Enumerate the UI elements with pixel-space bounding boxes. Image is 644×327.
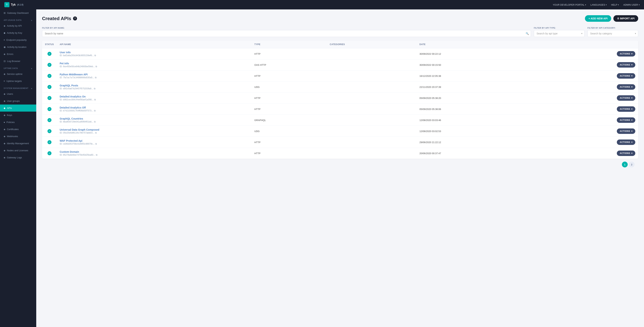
actions-button-4[interactable]: ACTIONS ▾ — [617, 95, 635, 101]
sidebar-item-user-groups[interactable]: ◈ User groups — [0, 98, 36, 104]
tyk-brand: Tyk — [11, 3, 16, 6]
sidebar-item-label: Gateway Dashboard — [7, 12, 29, 14]
api-name-link-8[interactable]: WAF Protected Api — [60, 139, 82, 142]
sidebar-item-webhooks[interactable]: ◈ Webhooks — [0, 133, 36, 140]
type-cell-4: HTTP — [252, 92, 327, 104]
chevron-down-icon: ▾ — [631, 52, 632, 55]
filter-category-select[interactable]: Search by category — [588, 30, 638, 37]
filter-name-input[interactable] — [42, 30, 531, 37]
api-name-cell-1: Pet info ID: 9ce450e50ce84b24660be59eb..… — [57, 60, 252, 70]
api-name-link-4[interactable]: Detailed Analytics On — [60, 95, 86, 98]
sidebar-item-nodes-licenses[interactable]: ◈ Nodes and Licenses — [0, 147, 36, 154]
sidebar-item-label: Activity by location — [7, 46, 26, 48]
collapse-icon[interactable]: ▲ — [31, 87, 32, 89]
copy-icon-3[interactable]: ⧉ — [94, 87, 96, 90]
sidebar-item-policies[interactable]: ● Policies — [0, 119, 36, 126]
sidebar-item-certificates[interactable]: ◈ Certificates — [0, 126, 36, 133]
api-name-link-2[interactable]: Python Middleware API — [60, 73, 88, 76]
sidebar-item-uptime-targets[interactable]: ≡ Uptime targets — [0, 78, 36, 84]
sidebar-item-users[interactable]: ◈ Users — [0, 90, 36, 98]
date-cell-4: 05/09/2020 05:38:20 — [416, 92, 534, 104]
main-content: Created APIs ? + ADD NEW API ⬇ IMPORT AP… — [36, 10, 644, 327]
sidebar-item-activity-key[interactable]: ◆ Activity by Key — [0, 29, 36, 36]
actions-button-1[interactable]: ACTIONS ▾ — [617, 62, 635, 68]
api-name-cell-8: WAF Protected Api ID: cd36d353758c418955… — [57, 137, 252, 148]
sidebar-item-label: Service uptime — [7, 73, 22, 75]
actions-button-6[interactable]: ACTIONS ▾ — [617, 118, 635, 123]
policies-icon: ● — [4, 121, 5, 124]
help-icon[interactable]: ? — [73, 16, 77, 20]
copy-icon-4[interactable]: ⧉ — [94, 98, 96, 101]
sidebar-item-label: Errors — [7, 53, 13, 56]
chevron-down-icon: ▾ — [631, 119, 632, 122]
col-status: STATUS — [42, 40, 57, 48]
copy-icon-2[interactable]: ⧉ — [95, 76, 96, 79]
copy-icon-0[interactable]: ⧉ — [94, 54, 96, 57]
chevron-down-icon: ▾ — [606, 4, 607, 6]
copy-icon-5[interactable]: ⧉ — [94, 110, 96, 112]
api-id-1: ID: 9ce450e50ce84b24660be59eb... ⧉ — [60, 65, 248, 68]
admin-user-nav[interactable]: ADMIN USER ▾ — [623, 4, 640, 6]
apis-table: STATUS API NAME TYPE CATEGORIES DATE Use… — [42, 40, 638, 159]
date-cell-1: 30/09/2022 00:15:50 — [416, 60, 534, 70]
copy-icon-6[interactable]: ⧉ — [94, 120, 96, 123]
api-name-link-7[interactable]: Universal Data Graph Composed — [60, 128, 99, 131]
filter-type-select[interactable]: Search by api type — [534, 30, 584, 37]
collapse-icon[interactable]: ▲ — [31, 68, 32, 70]
sidebar-item-keys[interactable]: ◈ Keys — [0, 112, 36, 119]
developer-portal-nav[interactable]: YOUR DEVELOPER PORTAL ▾ — [553, 4, 586, 6]
collapse-icon[interactable]: ▲ — [31, 19, 32, 21]
copy-icon-7[interactable]: ⧉ — [95, 132, 97, 134]
add-new-api-button[interactable]: + ADD NEW API — [585, 15, 611, 22]
sidebar-item-errors[interactable]: ◈ Errors — [0, 50, 36, 58]
status-cell-6 — [42, 115, 57, 126]
actions-button-8[interactable]: ACTIONS ▾ — [617, 140, 635, 145]
actions-button-2[interactable]: ACTIONS ▾ — [617, 73, 635, 78]
actions-button-9[interactable]: ACTIONS ▾ — [617, 150, 635, 156]
sidebar-item-identity-management[interactable]: ◈ Identity Management — [0, 140, 36, 147]
categories-cell-3 — [327, 82, 416, 92]
page-button-1[interactable]: 1 — [622, 162, 628, 168]
actions-button-7[interactable]: ACTIONS ▾ — [617, 128, 635, 134]
languages-nav[interactable]: LANGUAGES ▾ — [590, 4, 607, 6]
api-name-link-0[interactable]: User info — [60, 51, 71, 54]
filter-type-label: FILTER BY API TYPE: — [534, 27, 584, 29]
api-name-link-1[interactable]: Pet info — [60, 62, 69, 65]
tyk-logo[interactable]: T Tyk (4.1.0) — [4, 2, 24, 7]
sidebar-item-endpoint-popularity[interactable]: ≡ Endpoint popularity — [0, 36, 36, 44]
help-nav[interactable]: HELP ▾ — [611, 4, 619, 6]
table-row: Python Middleware API ID: 7fa7ac7a73c349… — [42, 70, 638, 82]
api-name-link-5[interactable]: Detailed Analytics Off — [60, 106, 86, 109]
api-name-cell-2: Python Middleware API ID: 7fa7ac7a73c349… — [57, 70, 252, 82]
page-button-2[interactable]: 2 — [629, 162, 634, 168]
copy-icon-8[interactable]: ⧉ — [95, 142, 97, 145]
sidebar-item-activity-api[interactable]: ◈ Activity by API — [0, 22, 36, 29]
actions-button-3[interactable]: ACTIONS ▾ — [617, 84, 635, 90]
sidebar-item-label: Nodes and Licenses — [7, 149, 28, 152]
status-cell-1 — [42, 60, 57, 70]
tyk-version: (4.1.0) — [17, 4, 24, 6]
sidebar-item-log-browser[interactable]: ⊟ Log Browser — [0, 58, 36, 65]
sidebar-item-activity-location[interactable]: ◉ Activity by location — [0, 44, 36, 50]
sidebar-item-gateway-dashboard[interactable]: ⊞ Gateway Dashboard — [0, 10, 36, 16]
col-categories: CATEGORIES — [327, 40, 416, 48]
copy-icon-1[interactable]: ⧉ — [96, 65, 97, 68]
top-nav-right: YOUR DEVELOPER PORTAL ▾ LANGUAGES ▾ HELP… — [553, 4, 640, 6]
api-id-0: ID: baf2a6a293c843b3655159ef6... ⧉ — [60, 54, 248, 57]
import-api-button[interactable]: ⬇ IMPORT API — [614, 15, 638, 22]
sidebar-item-apis[interactable]: ◆ APIs — [0, 104, 36, 112]
api-name-link-6[interactable]: GraphQL Countries — [60, 117, 83, 120]
api-name-link-9[interactable]: Custom Domain — [60, 150, 79, 153]
sidebar-item-gateway-logs[interactable]: ◈ Gateway Logs — [0, 154, 36, 161]
copy-icon-9[interactable]: ⧉ — [96, 154, 98, 156]
actions-button-5[interactable]: ACTIONS ▾ — [617, 106, 635, 112]
filter-category-group: FILTER BY API CATEGORY: Search by catego… — [588, 27, 638, 37]
certificates-icon: ◈ — [4, 128, 6, 130]
search-icon: 🔍 — [526, 32, 529, 35]
categories-cell-2 — [327, 70, 416, 82]
categories-cell-7 — [327, 126, 416, 137]
actions-button-0[interactable]: ACTIONS ▾ — [617, 51, 635, 56]
activity-location-icon: ◉ — [4, 46, 6, 48]
api-name-link-3[interactable]: GraphQL Posts — [60, 84, 78, 87]
sidebar-item-service-uptime[interactable]: ◈ Service uptime — [0, 70, 36, 78]
